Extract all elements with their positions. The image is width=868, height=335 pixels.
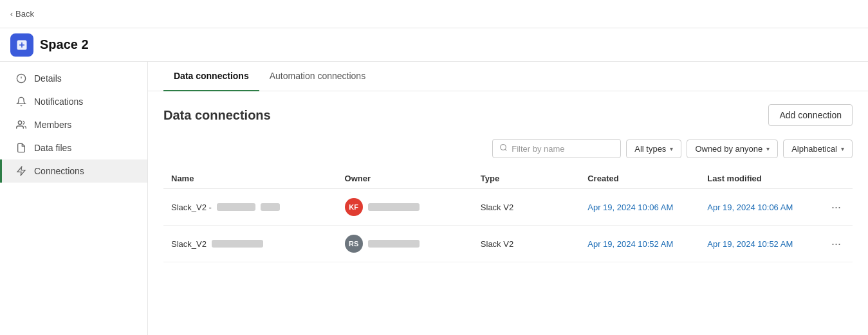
space-icon <box>10 33 33 57</box>
row1-actions-button[interactable]: ··· <box>827 199 845 215</box>
col-header-type: Type <box>473 168 580 189</box>
svg-point-6 <box>501 145 506 150</box>
sidebar-item-members[interactable]: Members <box>0 113 147 136</box>
svg-point-4 <box>18 121 21 124</box>
row1-created-link[interactable]: Apr 19, 2024 10:06 AM <box>587 203 673 212</box>
row1-actions-cell: ··· <box>820 189 853 226</box>
sidebar-label-notifications: Notifications <box>34 96 83 107</box>
owner-filter-label: Owned by anyone <box>695 144 762 154</box>
col-header-owner: Owner <box>337 168 473 189</box>
type-filter-dropdown[interactable]: All types ▾ <box>626 140 681 158</box>
space-title: Space 2 <box>40 37 89 52</box>
owner-filter-chevron-icon: ▾ <box>766 145 770 152</box>
row2-last-modified: Apr 19, 2024 10:52 AM <box>699 226 820 262</box>
sidebar-item-connections[interactable]: Connections <box>0 159 147 183</box>
notifications-icon <box>15 96 28 107</box>
row2-last-modified-link[interactable]: Apr 19, 2024 10:52 AM <box>707 239 793 249</box>
content-title: Data connections <box>163 108 271 123</box>
col-header-created: Created <box>580 168 699 189</box>
col-header-name: Name <box>163 168 337 189</box>
row1-created: Apr 19, 2024 10:06 AM <box>580 189 699 226</box>
row1-last-modified-link[interactable]: Apr 19, 2024 10:06 AM <box>707 203 793 212</box>
row2-actions-button[interactable]: ··· <box>827 236 845 252</box>
content-header: Data connections Add connection <box>163 104 853 126</box>
tab-automation-connections-label: Automation connections <box>270 71 365 81</box>
back-button[interactable]: ‹ Back <box>10 9 34 19</box>
content-area: Data connections Add connection All type… <box>148 91 868 275</box>
sidebar-label-data-files: Data files <box>34 143 71 153</box>
sidebar-label-members: Members <box>34 120 71 130</box>
members-icon <box>15 120 28 130</box>
sidebar-label-details: Details <box>34 73 62 84</box>
row2-owner-cell: RS <box>337 226 473 262</box>
sidebar-item-details[interactable]: Details <box>0 67 147 90</box>
sidebar: Details Notifications Members Data files… <box>0 62 148 335</box>
row1-owner-cell: KF <box>337 189 473 226</box>
row1-last-modified: Apr 19, 2024 10:06 AM <box>699 189 820 226</box>
col-header-actions <box>820 168 853 189</box>
row2-created-link[interactable]: Apr 19, 2024 10:52 AM <box>587 239 673 249</box>
row2-name-blur <box>212 240 263 248</box>
type-filter-chevron-icon: ▾ <box>670 145 673 152</box>
type-filter-label: All types <box>634 144 666 154</box>
svg-line-7 <box>505 149 506 150</box>
row1-avatar-initials: KF <box>349 203 358 211</box>
data-files-icon <box>15 143 28 153</box>
main-content: Data connections Automation connections … <box>148 62 868 335</box>
sort-filter-chevron-icon: ▾ <box>841 145 844 152</box>
search-icon <box>499 143 508 154</box>
owner-filter-dropdown[interactable]: Owned by anyone ▾ <box>687 140 778 158</box>
row2-created: Apr 19, 2024 10:52 AM <box>580 226 699 262</box>
filters-bar: All types ▾ Owned by anyone ▾ Alphabetic… <box>163 139 853 158</box>
top-bar: ‹ Back <box>0 0 868 28</box>
tabs-bar: Data connections Automation connections <box>148 62 868 91</box>
search-field[interactable] <box>492 139 621 158</box>
row2-owner-name-blur <box>368 240 420 248</box>
connections-icon <box>15 166 28 176</box>
connections-table: Name Owner Type Created Last modified Sl… <box>163 168 853 262</box>
row1-type: Slack V2 <box>473 189 580 226</box>
sidebar-item-notifications[interactable]: Notifications <box>0 90 147 113</box>
row1-name-blur <box>217 203 255 211</box>
sort-filter-label: Alphabetical <box>791 144 837 154</box>
sort-filter-dropdown[interactable]: Alphabetical ▾ <box>783 140 853 158</box>
row1-name: Slack_V2 - <box>171 203 212 212</box>
row2-avatar-initials: RS <box>349 240 358 248</box>
row1-owner-name-blur <box>368 203 420 211</box>
back-chevron-icon: ‹ <box>10 10 13 19</box>
row2-name: Slack_V2 <box>171 239 207 249</box>
row2-name-cell: Slack_V2 <box>163 226 337 262</box>
tab-automation-connections[interactable]: Automation connections <box>259 62 376 91</box>
col-header-last-modified: Last modified <box>699 168 820 189</box>
sidebar-item-data-files[interactable]: Data files <box>0 136 147 159</box>
details-icon <box>15 73 28 84</box>
table-row: Slack_V2 - KF <box>163 189 853 226</box>
space-header: Space 2 <box>0 28 868 62</box>
row1-avatar: KF <box>345 198 363 216</box>
row1-name-blur2 <box>261 203 280 211</box>
search-input[interactable] <box>512 144 614 154</box>
add-connection-button[interactable]: Add connection <box>768 104 853 126</box>
row2-actions-cell: ··· <box>820 226 853 262</box>
row2-avatar: RS <box>345 235 363 253</box>
add-connection-label: Add connection <box>779 110 842 120</box>
main-layout: Details Notifications Members Data files… <box>0 62 868 335</box>
row1-name-cell: Slack_V2 - <box>163 189 337 226</box>
back-label: Back <box>15 9 34 19</box>
sidebar-label-connections: Connections <box>34 166 84 176</box>
tab-data-connections-label: Data connections <box>174 71 249 81</box>
row2-type: Slack V2 <box>473 226 580 262</box>
svg-marker-5 <box>17 167 25 175</box>
tab-data-connections[interactable]: Data connections <box>163 62 259 91</box>
table-row: Slack_V2 RS Slack <box>163 226 853 262</box>
